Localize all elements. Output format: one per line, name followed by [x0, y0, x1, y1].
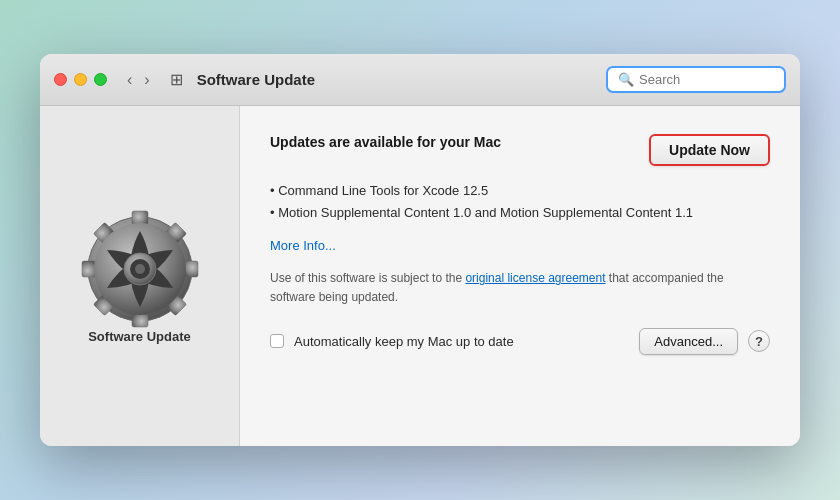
update-title: Updates are available for your Mac [270, 134, 501, 150]
license-text-before: Use of this software is subject to the [270, 271, 465, 285]
auto-update-label: Automatically keep my Mac up to date [294, 334, 629, 349]
main-window: ‹ › ⊞ Software Update 🔍 [40, 54, 800, 446]
search-icon: 🔍 [618, 72, 634, 87]
close-button[interactable] [54, 73, 67, 86]
update-item-2: • Motion Supplemental Content 1.0 and Mo… [270, 202, 770, 224]
update-header: Updates are available for your Mac Updat… [270, 134, 770, 166]
main-content: Updates are available for your Mac Updat… [240, 106, 800, 446]
update-item-1: • Command Line Tools for Xcode 12.5 [270, 180, 770, 202]
content-area: Software Update Updates are available fo… [40, 106, 800, 446]
search-input[interactable] [639, 72, 774, 87]
svg-point-12 [135, 264, 145, 274]
update-list: • Command Line Tools for Xcode 12.5 • Mo… [270, 180, 770, 224]
more-info-link[interactable]: More Info... [270, 238, 336, 253]
license-agreement-link[interactable]: original license agreement [465, 271, 605, 285]
back-button[interactable]: ‹ [123, 70, 136, 90]
minimize-button[interactable] [74, 73, 87, 86]
auto-update-row: Automatically keep my Mac up to date Adv… [270, 328, 770, 355]
nav-buttons: ‹ › [123, 70, 154, 90]
forward-button[interactable]: › [140, 70, 153, 90]
gear-icon [80, 209, 200, 329]
sidebar: Software Update [40, 106, 240, 446]
update-now-button[interactable]: Update Now [649, 134, 770, 166]
traffic-lights [54, 73, 107, 86]
window-title: Software Update [197, 71, 596, 88]
title-bar: ‹ › ⊞ Software Update 🔍 [40, 54, 800, 106]
grid-icon[interactable]: ⊞ [170, 70, 183, 89]
auto-update-checkbox[interactable] [270, 334, 284, 348]
search-box[interactable]: 🔍 [606, 66, 786, 93]
license-text: Use of this software is subject to the o… [270, 269, 770, 307]
sidebar-label: Software Update [88, 329, 191, 344]
advanced-button[interactable]: Advanced... [639, 328, 738, 355]
help-button[interactable]: ? [748, 330, 770, 352]
maximize-button[interactable] [94, 73, 107, 86]
